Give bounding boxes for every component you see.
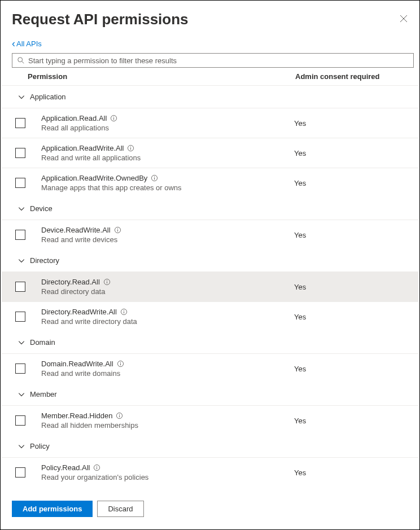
add-permissions-button[interactable]: Add permissions — [12, 501, 93, 517]
permission-description: Read your organization's policies — [41, 473, 294, 481]
chevron-down-icon — [18, 205, 25, 213]
group-label: Device — [30, 204, 53, 213]
svg-point-0 — [18, 58, 23, 62]
permission-description: Read all hidden memberships — [41, 421, 294, 430]
svg-point-27 — [97, 466, 97, 467]
group-header-application[interactable]: Application — [2, 86, 418, 108]
permission-checkbox[interactable] — [15, 118, 25, 128]
permissions-list[interactable]: ApplicationApplication.Read.AllRead all … — [2, 85, 418, 488]
permission-checkbox[interactable] — [15, 282, 25, 292]
consent-required: Yes — [294, 149, 407, 157]
info-icon — [114, 226, 121, 234]
group-header-device[interactable]: Device — [2, 198, 418, 220]
chevron-down-icon — [18, 93, 25, 101]
svg-point-9 — [154, 177, 155, 177]
search-input[interactable] — [28, 56, 409, 65]
group-header-member[interactable]: Member — [2, 383, 418, 405]
consent-required: Yes — [294, 468, 407, 477]
permission-text: Policy.Read.AllRead your organization's … — [41, 463, 294, 481]
permission-checkbox[interactable] — [15, 312, 25, 322]
chevron-down-icon — [18, 339, 25, 347]
permission-text: Device.ReadWrite.AllRead and write devic… — [41, 226, 294, 244]
permission-text: Application.Read.AllRead all application… — [41, 114, 294, 132]
permission-description: Read and write devices — [41, 235, 294, 244]
permission-row[interactable]: Directory.ReadWrite.AllRead and write di… — [2, 301, 418, 331]
permission-checkbox[interactable] — [15, 363, 25, 374]
consent-required: Yes — [294, 313, 407, 321]
group-label: Policy — [30, 442, 50, 450]
permission-text: Application.ReadWrite.OwnedByManage apps… — [41, 174, 294, 192]
page-title: Request API permissions — [12, 11, 408, 28]
consent-required: Yes — [294, 365, 407, 373]
chevron-down-icon — [18, 443, 25, 450]
group-label: Domain — [30, 338, 55, 347]
column-permission: Permission — [28, 72, 295, 81]
svg-point-24 — [119, 414, 120, 415]
svg-point-6 — [130, 147, 131, 147]
footer: Add permissions Discard — [1, 488, 419, 529]
consent-required: Yes — [294, 417, 407, 425]
permission-row[interactable]: Domain.ReadWrite.AllRead and write domai… — [2, 353, 418, 383]
permission-row[interactable]: Member.Read.HiddenRead all hidden member… — [2, 405, 418, 435]
permission-checkbox[interactable] — [15, 148, 25, 158]
permission-name: Application.ReadWrite.OwnedBy — [41, 174, 147, 182]
permission-name: Policy.Read.All — [41, 463, 90, 472]
permission-row[interactable]: Policy.Read.AllRead your organization's … — [2, 457, 418, 487]
consent-required: Yes — [294, 231, 407, 239]
close-button[interactable] — [397, 12, 410, 25]
svg-point-15 — [107, 281, 107, 281]
info-icon — [103, 278, 111, 286]
info-icon — [127, 144, 134, 152]
permission-name: Domain.ReadWrite.All — [41, 360, 113, 368]
permission-row[interactable]: Directory.Read.AllRead directory dataYes — [2, 271, 418, 301]
permission-text: Member.Read.HiddenRead all hidden member… — [41, 411, 294, 430]
consent-required: Yes — [294, 179, 407, 187]
permission-description: Read and write directory data — [41, 317, 294, 326]
permission-row[interactable]: Application.Read.AllRead all application… — [2, 108, 418, 138]
permission-description: Manage apps that this app creates or own… — [41, 183, 294, 192]
permission-row[interactable]: Application.ReadWrite.OwnedByManage apps… — [2, 168, 418, 198]
chevron-down-icon — [18, 257, 25, 265]
svg-line-1 — [22, 62, 24, 64]
search-icon — [17, 56, 25, 64]
info-icon — [120, 308, 128, 316]
consent-required: Yes — [294, 119, 407, 128]
permission-checkbox[interactable] — [15, 467, 25, 478]
permission-description: Read directory data — [41, 287, 294, 296]
group-header-policy[interactable]: Policy — [2, 435, 418, 457]
svg-point-3 — [113, 117, 114, 117]
group-header-domain[interactable]: Domain — [2, 331, 418, 353]
svg-point-18 — [124, 310, 124, 311]
permission-name: Device.ReadWrite.All — [41, 226, 111, 234]
permission-description: Read and write domains — [41, 369, 294, 378]
back-link-all-apis[interactable]: All APIs — [1, 35, 419, 52]
permission-description: Read all applications — [41, 124, 294, 132]
permission-name: Member.Read.Hidden — [41, 411, 112, 420]
discard-button[interactable]: Discard — [97, 501, 143, 517]
close-icon — [400, 15, 408, 23]
permission-name: Application.ReadWrite.All — [41, 144, 124, 152]
permission-name: Directory.ReadWrite.All — [41, 308, 117, 316]
permission-text: Application.ReadWrite.AllRead and write … — [41, 144, 294, 162]
svg-point-21 — [120, 362, 120, 363]
permission-row[interactable]: Application.ReadWrite.AllRead and write … — [2, 138, 418, 168]
info-icon — [116, 412, 123, 419]
permission-name: Directory.Read.All — [41, 278, 100, 286]
back-link-label: All APIs — [16, 40, 42, 48]
search-box[interactable] — [12, 53, 414, 68]
group-header-directory[interactable]: Directory — [2, 249, 418, 271]
permission-text: Domain.ReadWrite.AllRead and write domai… — [41, 360, 294, 378]
permission-checkbox[interactable] — [15, 415, 25, 426]
permission-description: Read and write all applications — [41, 154, 294, 162]
permission-row[interactable]: Device.ReadWrite.AllRead and write devic… — [2, 220, 418, 249]
table-header: Permission Admin consent required — [1, 68, 419, 85]
permission-name: Application.Read.All — [41, 114, 107, 122]
consent-required: Yes — [294, 283, 407, 291]
info-icon — [93, 464, 100, 471]
group-label: Member — [30, 390, 57, 398]
permission-text: Directory.Read.AllRead directory data — [41, 278, 294, 296]
svg-point-12 — [117, 229, 117, 229]
group-label: Directory — [30, 256, 59, 265]
permission-checkbox[interactable] — [15, 230, 25, 240]
permission-checkbox[interactable] — [15, 178, 25, 188]
